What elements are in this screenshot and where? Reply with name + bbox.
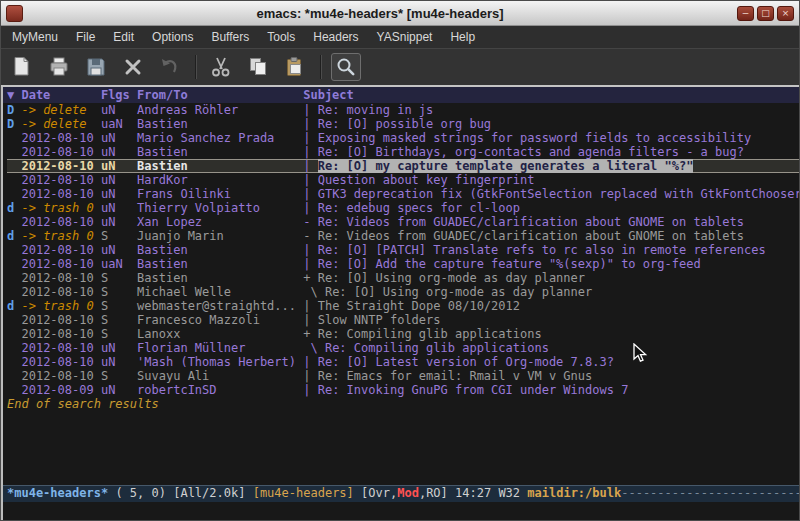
row-mark [7, 187, 21, 201]
row-thread-prefix: | [303, 131, 310, 145]
print-icon[interactable] [44, 53, 74, 81]
menu-mymenu[interactable]: MyMenu [3, 26, 67, 48]
row-from: Bastien [137, 243, 303, 257]
cut-icon[interactable] [206, 53, 236, 81]
modeline-segment: ( 5, 0) [108, 486, 173, 500]
undo-icon[interactable] [155, 53, 185, 81]
menu-help[interactable]: Help [441, 26, 484, 48]
row-subject: Re: Compiling glib applications [318, 327, 542, 341]
message-row[interactable]: 2012-08-10 S Lanoxx + Re: Compiling glib… [7, 327, 799, 341]
paste-icon[interactable] [280, 53, 310, 81]
buffer[interactable]: D -> delete uN Andreas Röhler | Re: movi… [3, 103, 799, 485]
menu-options[interactable]: Options [143, 26, 202, 48]
row-date: -> delete [21, 117, 100, 131]
row-subject: Re: [O] Using org-mode as day planner [325, 285, 592, 299]
headers-list: D -> delete uN Andreas Röhler | Re: movi… [7, 103, 799, 397]
message-row[interactable]: 2012-08-10 uN Florian Müllner \ Re: Comp… [7, 341, 799, 355]
copy-icon[interactable] [243, 53, 273, 81]
row-subject: Exposing masked strings for password fie… [318, 131, 751, 145]
row-mark [7, 341, 21, 355]
message-row[interactable]: 2012-08-10 uN HardKor | Question about k… [7, 173, 799, 187]
menu-file[interactable]: File [67, 26, 104, 48]
row-date: 2012-08-10 [21, 369, 100, 383]
message-row[interactable]: d -> trash 0 S Juanjo Marin - Re: Videos… [7, 229, 799, 243]
row-from: Bastien [137, 145, 303, 159]
message-row[interactable]: 2012-08-10 S Michael Welle \ Re: [O] Usi… [7, 285, 799, 299]
window-menu-icon[interactable] [6, 5, 23, 22]
message-row[interactable]: 2012-08-10 uaN Bastien | Re: [O] Add the… [7, 257, 799, 271]
toolbar [1, 48, 799, 87]
message-row[interactable]: d -> trash 0 S webmaster@straightd... | … [7, 299, 799, 313]
modeline-segment: RO] [426, 486, 448, 500]
row-subject: Re: [O] Latest version of Org-mode 7.8.3… [318, 355, 614, 369]
message-row[interactable]: D -> delete uaN Bastien | Re: [O] possib… [7, 117, 799, 131]
row-date: 2012-08-10 [21, 187, 100, 201]
message-row[interactable]: 2012-08-10 uN Xan Lopez - Re: Videos fro… [7, 215, 799, 229]
message-row[interactable]: D -> delete uN Andreas Röhler | Re: movi… [7, 103, 799, 117]
row-from: Bastien [137, 257, 303, 271]
row-from: robertcInSD [137, 383, 303, 397]
message-row[interactable]: 2012-08-10 uN Frans Oilinki | GTK3 depre… [7, 187, 799, 201]
minimize-button[interactable]: − [737, 6, 754, 21]
row-from: Florian Müllner [137, 341, 303, 355]
header-line[interactable]: ▼ Date Flgs From/To Subject [3, 87, 799, 103]
row-thread-prefix: - [303, 215, 310, 229]
close-buffer-icon[interactable] [118, 53, 148, 81]
menu-tools[interactable]: Tools [258, 26, 304, 48]
message-row[interactable]: 2012-08-09 uN robertcInSD | Re: Invoking… [7, 383, 799, 397]
search-icon[interactable] [331, 53, 361, 81]
row-date: -> delete [21, 103, 100, 117]
message-row[interactable]: 2012-08-10 uN Bastien | Re: [O] [PATCH] … [7, 243, 799, 257]
row-thread-prefix: | [303, 103, 310, 117]
menu-yasnippet[interactable]: YASnippet [368, 26, 442, 48]
row-from: Bastien [137, 159, 303, 173]
row-thread-prefix: + [303, 271, 310, 285]
row-thread-prefix: + [303, 327, 310, 341]
menu-edit[interactable]: Edit [104, 26, 143, 48]
row-thread-prefix: | [303, 145, 310, 159]
row-mark: d [7, 229, 21, 243]
row-subject: Slow NNTP folders [318, 313, 441, 327]
row-date: -> trash 0 [21, 201, 100, 215]
row-thread-prefix: | [303, 159, 310, 173]
menu-headers[interactable]: Headers [304, 26, 367, 48]
row-mark: D [7, 117, 21, 131]
modeline-segment: maildir:/bulk [527, 486, 621, 500]
modeline-segment: [ [354, 486, 368, 500]
message-row[interactable]: 2012-08-10 uN Bastien | Re: [O] Birthday… [7, 145, 799, 159]
row-date: 2012-08-10 [21, 243, 100, 257]
row-from: Suvayu Ali [137, 369, 303, 383]
message-row[interactable]: 2012-08-10 S Suvayu Ali | Re: Emacs for … [7, 369, 799, 383]
message-row[interactable]: 2012-08-10 uN Bastien | Re: [O] my captu… [7, 159, 799, 173]
echo-area[interactable] [3, 502, 799, 520]
message-row[interactable]: 2012-08-10 uN Mario Sanchez Prada | Expo… [7, 131, 799, 145]
message-row[interactable]: d -> trash 0 uN Thierry Volpiatto | Re: … [7, 201, 799, 215]
row-flags: uN [101, 159, 137, 173]
row-mark [7, 327, 21, 341]
row-flags: uN [101, 355, 137, 369]
end-of-results: End of search results [7, 397, 799, 411]
new-file-icon[interactable] [7, 53, 37, 81]
close-button[interactable]: × [777, 6, 794, 21]
row-mark [7, 313, 21, 327]
row-flags: S [101, 229, 137, 243]
row-thread-prefix: | [303, 173, 310, 187]
row-mark: d [7, 201, 21, 215]
row-subject: Re: [O] Birthdays, org-contacts and agen… [318, 145, 744, 159]
menubar: MyMenuFileEditOptionsBuffersToolsHeaders… [1, 26, 799, 48]
message-row[interactable]: 2012-08-10 S Bastien + Re: [O] Using org… [7, 271, 799, 285]
maximize-button[interactable]: □ [757, 6, 774, 21]
row-subject: Re: edebug specs for cl-loop [318, 201, 520, 215]
row-from: HardKor [137, 173, 303, 187]
row-flags: S [101, 271, 137, 285]
save-icon[interactable] [81, 53, 111, 81]
row-date: 2012-08-10 [21, 355, 100, 369]
row-mark [7, 145, 21, 159]
row-from: Mario Sanchez Prada [137, 131, 303, 145]
message-row[interactable]: 2012-08-10 S Francesco Mazzoli | Slow NN… [7, 313, 799, 327]
message-row[interactable]: 2012-08-10 uN 'Mash (Thomas Herbert) | R… [7, 355, 799, 369]
row-subject: Re: Emacs for email: Rmail v VM v Gnus [318, 369, 593, 383]
frame-body: ▼ Date Flgs From/To Subject D -> delete … [1, 87, 799, 520]
row-from: Bastien [137, 271, 303, 285]
menu-buffers[interactable]: Buffers [202, 26, 258, 48]
